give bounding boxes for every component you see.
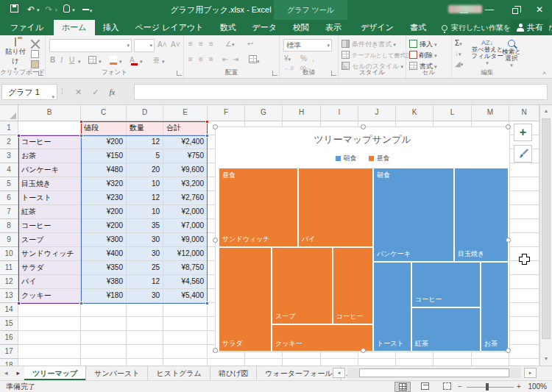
row-header-16[interactable]: 16 <box>0 331 18 345</box>
cell-C11[interactable]: ¥350 <box>81 261 127 275</box>
column-header-K[interactable]: K <box>396 105 434 121</box>
column-header-H[interactable]: H <box>283 105 321 121</box>
restore-icon[interactable] <box>504 0 526 20</box>
underline-caret-icon[interactable]: ▾ <box>78 57 81 67</box>
cell-K18[interactable] <box>396 359 434 366</box>
row-header-17[interactable]: 17 <box>0 345 18 359</box>
cell-B8[interactable]: コーヒー <box>18 219 81 233</box>
select-all-corner[interactable] <box>0 105 18 121</box>
treemap-rect-コーヒー[interactable]: コーヒー <box>333 248 372 324</box>
treemap-rect-スープ[interactable]: スープ <box>272 248 332 324</box>
cell-N4[interactable] <box>509 163 539 177</box>
row-header-5[interactable]: 5 <box>0 177 18 191</box>
cell-L18[interactable] <box>434 359 472 366</box>
align-center-icon[interactable]: ≡ <box>199 54 203 65</box>
enter-icon[interactable]: ✓ <box>92 88 99 97</box>
font-color-icon[interactable]: A <box>130 55 135 65</box>
cell-B7[interactable]: 紅茶 <box>18 205 81 219</box>
tab-挿入[interactable]: 挿入 <box>95 20 127 35</box>
cell-E17[interactable] <box>163 345 208 359</box>
delete-cells-button[interactable]: 削除 ▾ <box>409 51 436 60</box>
zoom-level[interactable]: 100% <box>528 382 547 391</box>
cell-C13[interactable]: ¥180 <box>81 289 127 303</box>
view-page-break-icon[interactable] <box>439 382 455 392</box>
cell-C4[interactable]: ¥480 <box>81 163 127 177</box>
cell-B16[interactable] <box>18 331 81 345</box>
column-header-L[interactable]: L <box>434 105 472 121</box>
treemap-rect-パイ[interactable]: パイ <box>299 168 372 246</box>
increase-indent-icon[interactable]: ⇥ <box>233 54 238 65</box>
cell-C1[interactable]: 値段 <box>81 121 127 135</box>
cell-N16[interactable] <box>509 331 539 345</box>
cell-D12[interactable]: 12 <box>127 275 163 289</box>
row-header-2[interactable]: 2 <box>0 135 18 149</box>
horizontal-scroll-thumb[interactable] <box>359 368 509 377</box>
hscroll-left-icon[interactable]: ◂ <box>333 368 345 378</box>
column-header-F[interactable]: F <box>208 105 245 121</box>
cell-D4[interactable]: 20 <box>127 163 163 177</box>
cell-E13[interactable]: ¥5,400 <box>163 289 208 303</box>
cell-H18[interactable] <box>283 359 321 366</box>
treemap-rect-コーヒー[interactable]: コーヒー <box>412 263 480 307</box>
cell-N14[interactable] <box>509 303 539 317</box>
treemap-rect-サラダ[interactable]: サラダ <box>219 248 271 351</box>
sort-filter-button[interactable]: AZ↓ 並べ替えとフィルター▾ <box>471 40 503 66</box>
font-dialog-launcher[interactable] <box>177 71 182 76</box>
cell-E8[interactable]: ¥7,000 <box>163 219 208 233</box>
close-icon[interactable]: ✕ <box>528 0 551 20</box>
treemap-rect-目玉焼き[interactable]: 目玉焼き <box>455 168 508 261</box>
cell-E16[interactable] <box>163 331 208 345</box>
cell-D2[interactable]: 12 <box>127 135 163 149</box>
cell-D17[interactable] <box>127 345 163 359</box>
treemap-chart[interactable]: ツリーマップサンプル 朝食昼食 昼食サンドウィッチパイサラダスープコーヒークッキ… <box>215 126 510 352</box>
paste-button[interactable]: 貼り付け ▾ <box>3 38 28 72</box>
cell-M18[interactable] <box>472 359 509 366</box>
row-header-6[interactable]: 6 <box>0 191 18 205</box>
cell-E9[interactable]: ¥9,000 <box>163 233 208 247</box>
font-color-caret-icon[interactable]: ▾ <box>140 57 143 67</box>
chart-resize-handle[interactable] <box>506 124 511 129</box>
legend-item-昼食[interactable]: 昼食 <box>369 154 390 163</box>
tab-ページ レイアウト[interactable]: ページ レイアウト <box>127 20 212 35</box>
column-header-C[interactable]: C <box>81 105 127 121</box>
legend-item-朝食[interactable]: 朝食 <box>336 154 357 163</box>
cell-D18[interactable] <box>127 359 163 366</box>
undo-caret-icon[interactable]: ▾ <box>37 7 40 13</box>
cell-B1[interactable] <box>18 121 81 135</box>
column-header-E[interactable]: E <box>163 105 208 121</box>
cell-B5[interactable]: 目玉焼き <box>18 177 81 191</box>
borders-caret-icon[interactable]: ▾ <box>99 57 102 67</box>
comma-format-icon[interactable]: , <box>312 54 314 64</box>
number-format-combo[interactable]: 標準▾ <box>283 39 332 51</box>
formula-input[interactable] <box>134 84 548 100</box>
cell-E12[interactable]: ¥4,560 <box>163 275 208 289</box>
cell-N13[interactable] <box>509 289 539 303</box>
tab-表示[interactable]: 表示 <box>317 20 350 35</box>
sheet-tab-ツリーマップ[interactable]: ツリーマップ <box>24 366 86 380</box>
find-select-button[interactable]: 検索と選択▾ <box>500 40 523 68</box>
percent-format-icon[interactable]: % <box>300 54 307 64</box>
tab-デザイン[interactable]: デザイン <box>353 20 402 35</box>
sheet-nav-next-icon[interactable]: ▸ <box>13 366 25 380</box>
chart-resize-handle[interactable] <box>213 348 218 353</box>
row-header-13[interactable]: 13 <box>0 289 18 303</box>
row-header-8[interactable]: 8 <box>0 219 18 233</box>
sheet-tab-箱ひげ図[interactable]: 箱ひげ図 <box>210 366 257 380</box>
copy-icon[interactable] <box>31 50 39 61</box>
align-left-icon[interactable]: ≡ <box>188 54 193 65</box>
hscroll-right-icon[interactable]: ▸ <box>524 368 537 378</box>
cell-B12[interactable]: パイ <box>18 275 81 289</box>
underline-icon[interactable]: U <box>69 55 74 65</box>
cell-E10[interactable]: ¥12,000 <box>163 247 208 261</box>
cell-E6[interactable]: ¥2,760 <box>163 191 208 205</box>
cell-C7[interactable]: ¥200 <box>81 205 127 219</box>
zoom-in-icon[interactable]: + <box>517 382 521 391</box>
row-header-4[interactable]: 4 <box>0 163 18 177</box>
cell-C14[interactable] <box>81 303 127 317</box>
view-normal-icon[interactable] <box>394 382 411 392</box>
fill-color-caret-icon[interactable]: ▾ <box>119 57 122 67</box>
column-header-M[interactable]: M <box>472 105 509 121</box>
cell-E5[interactable]: ¥3,200 <box>163 177 208 191</box>
row-header-10[interactable]: 10 <box>0 247 18 261</box>
tab-数式[interactable]: 数式 <box>211 20 244 35</box>
